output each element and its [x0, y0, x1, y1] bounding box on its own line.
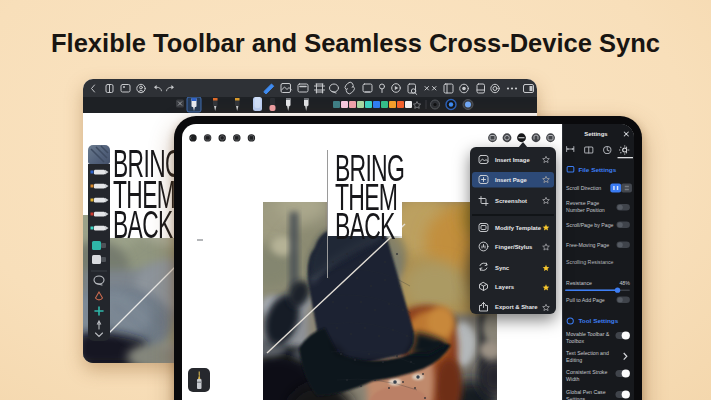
- svg-text:Scroll/Page by Page: Scroll/Page by Page: [566, 222, 614, 228]
- svg-text:Settings: Settings: [566, 397, 585, 400]
- svg-text:Number Position: Number Position: [566, 207, 605, 213]
- svg-text:Modify Template: Modify Template: [495, 225, 542, 231]
- svg-text:Consistent Stroke: Consistent Stroke: [566, 369, 607, 375]
- svg-text:Width: Width: [566, 376, 579, 382]
- svg-text:Scrolling Resistance: Scrolling Resistance: [566, 259, 614, 265]
- svg-text:Sync: Sync: [495, 265, 510, 271]
- svg-text:Free-Moving Page: Free-Moving Page: [566, 242, 609, 248]
- svg-text:Insert Image: Insert Image: [495, 157, 530, 163]
- svg-text:Text Selection and: Text Selection and: [566, 351, 609, 357]
- svg-text:Resistance: Resistance: [566, 280, 592, 286]
- svg-text:Toolbox: Toolbox: [566, 339, 584, 345]
- svg-text:Global Pen Case: Global Pen Case: [566, 390, 606, 396]
- svg-text:Scroll Direction: Scroll Direction: [566, 185, 601, 191]
- svg-text:Movable Toolbar &: Movable Toolbar &: [566, 332, 610, 338]
- svg-text:Finger/Stylus: Finger/Stylus: [495, 244, 533, 250]
- svg-text:Editing: Editing: [566, 358, 582, 364]
- svg-text:Insert Page: Insert Page: [495, 177, 527, 183]
- svg-text:48%: 48%: [619, 280, 630, 286]
- svg-text:Screenshot: Screenshot: [495, 198, 527, 204]
- svg-text:Layers: Layers: [495, 284, 515, 290]
- svg-text:File Settings: File Settings: [578, 166, 616, 174]
- svg-text:Pull to Add Page: Pull to Add Page: [566, 297, 605, 303]
- svg-text:Settings: Settings: [584, 132, 608, 138]
- svg-text:Reverse Page: Reverse Page: [566, 200, 599, 206]
- svg-text:Export & Share: Export & Share: [495, 304, 538, 310]
- svg-text:Tool Settings: Tool Settings: [578, 318, 618, 326]
